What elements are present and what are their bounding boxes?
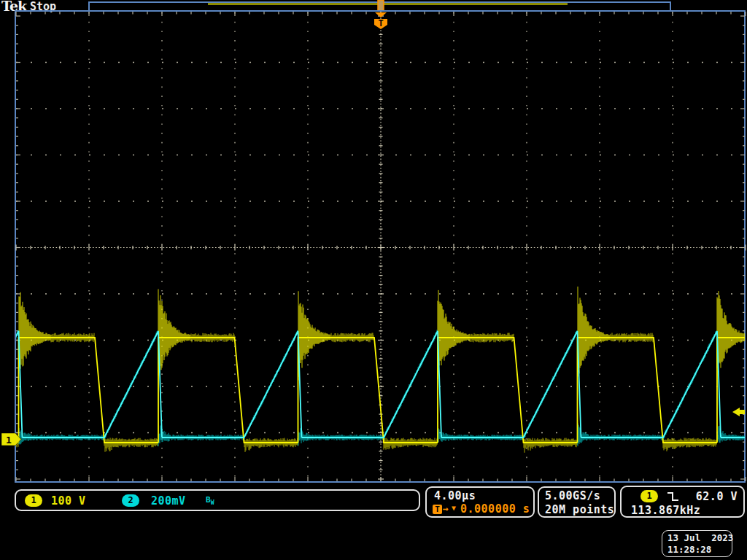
datetime-box: 13 Jul 2023 11:28:28 <box>662 530 732 557</box>
trigger-delay-marker-icon: ▼ <box>452 504 456 512</box>
time-text: 11:28:28 <box>667 544 711 555</box>
bw-b: B <box>206 495 211 505</box>
trigger-badge-label: T <box>378 18 383 28</box>
trigger-delay-value: 0.000000 s <box>460 502 530 516</box>
sample-rate: 5.00GS/s <box>545 489 600 502</box>
acquisition-readout-box[interactable]: 5.00GS/s 20M points <box>538 486 616 518</box>
ch2-badge[interactable]: 2 <box>122 494 139 507</box>
channel-readout-box[interactable]: 1 100 V 2 200mV BW <box>15 489 420 511</box>
ch1-fuzz <box>16 287 745 453</box>
oscilloscope-screen: Tek Stop T1 1 100 V 2 200mV BW 4.00µs T … <box>0 0 747 560</box>
trigger-t-icon: T <box>433 505 442 514</box>
ch1-marker-label: 1 <box>6 435 12 446</box>
trigger-readout-box[interactable]: 1 62.0 V 113.867kHz <box>620 486 745 518</box>
timebase-value: 4.00µs <box>434 489 476 502</box>
waveform-area <box>0 287 747 453</box>
timebase-readout-box[interactable]: 4.00µs T → ▼ 0.000000 s <box>425 486 535 518</box>
record-length: 20M points <box>545 503 614 516</box>
ch1-scale: 100 V <box>51 494 86 508</box>
bandwidth-limit-badge: BW <box>206 495 214 506</box>
bw-w: W <box>211 499 214 506</box>
date-text: 13 Jul 2023 <box>667 532 733 543</box>
trigger-level-value: 62.0 V <box>696 490 738 503</box>
trigger-delay-arrow-icon: → <box>443 503 449 514</box>
trigger-source-badge[interactable]: 1 <box>640 490 658 502</box>
record-view-bar <box>89 0 670 11</box>
trigger-position-column[interactable] <box>378 0 384 11</box>
ch2-trace <box>0 331 747 438</box>
ch1-badge[interactable]: 1 <box>25 494 42 507</box>
trigger-slope-falling-icon <box>667 491 680 502</box>
ch2-scale: 200mV <box>151 494 186 508</box>
trigger-level-arrow-icon[interactable] <box>732 408 745 416</box>
trigger-frequency: 113.867kHz <box>631 504 700 517</box>
graticule: T1 <box>0 0 747 560</box>
trigger-position-marker[interactable]: T <box>374 12 387 29</box>
ch1-trace <box>0 338 747 443</box>
